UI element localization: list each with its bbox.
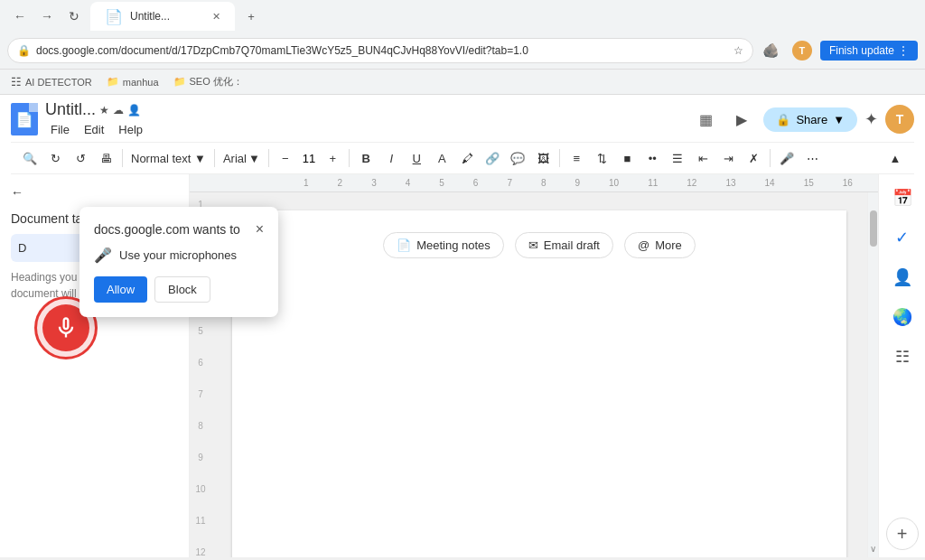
ruler: 123456789101112131415161718 [190,174,878,192]
chat-icon-button[interactable]: ▦ [691,105,720,134]
doc-area[interactable]: 📄 Meeting notes ✉ Email draft @ More [211,192,867,557]
font-size-decrease[interactable]: − [274,146,297,170]
tab-title: Untitle... [130,10,170,23]
url-text: docs.google.com/document/d/17DzpCmb7Q70m… [36,44,528,57]
decrease-indent-btn[interactable]: ⇤ [691,146,715,170]
scrollbar-down-arrow[interactable]: ∨ [868,540,878,557]
lock-share-icon: 🔒 [776,113,790,126]
clear-format-btn[interactable]: ✗ [742,146,765,170]
font-size-increase[interactable]: + [321,146,344,170]
share-label: Share [796,113,827,126]
separator-1 [122,149,123,167]
docs-header: 📄 Untitl... ★ ☁ 👤 File Edit Help ▦ ▶ [0,95,925,174]
finish-update-chevron: ⋮ [898,44,909,57]
back-arrow-icon: ← [11,185,23,200]
template-picker: 📄 Meeting notes ✉ Email draft @ More [232,210,846,273]
increase-indent-btn[interactable]: ⇥ [716,146,740,170]
docs-tab-icon: 📄 [105,8,123,25]
share-chevron: ▼ [833,113,845,126]
tab-close-button[interactable]: ✕ [212,11,220,23]
profile-button[interactable]: T [790,38,815,63]
styles-dropdown[interactable]: Normal text ▼ [127,146,210,170]
search-toolbar-btn[interactable]: 🔍 [18,146,42,170]
seo-icon: 📁 [173,76,186,88]
block-button[interactable]: Block [154,276,210,303]
email-draft-label: Email draft [544,238,600,252]
checklist-btn[interactable]: ■ [615,146,639,170]
comment-btn[interactable]: 💬 [506,146,529,170]
meeting-notes-icon: 📄 [397,238,411,252]
separator-2 [214,149,215,167]
voice-btn[interactable]: 🎤 [775,146,799,170]
meeting-notes-button[interactable]: 📄 Meeting notes [383,232,504,258]
grid-panel-btn[interactable]: ☷ [886,341,919,373]
camera-icon-button[interactable]: ▶ [727,105,756,134]
align-btn[interactable]: ≡ [565,146,588,170]
sidebar-tab-title: D [18,241,26,255]
bullets-btn[interactable]: •• [640,146,664,170]
allow-button[interactable]: Allow [94,276,147,303]
finish-update-button[interactable]: Finish update ⋮ [820,41,918,61]
highlight-btn[interactable]: 🖍 [455,146,479,170]
menu-help[interactable]: Help [113,121,148,138]
share-button[interactable]: 🔒 Share ▼ [763,107,857,132]
sidebar-back-button[interactable]: ← [11,185,178,200]
doc-page[interactable]: 📄 Meeting notes ✉ Email draft @ More [232,210,846,557]
more-templates-label: More [655,238,682,252]
line-spacing-btn[interactable]: ⇅ [590,146,613,170]
maps-panel-btn[interactable]: 🌏 [886,301,919,333]
numbering-btn[interactable]: ☰ [666,146,689,170]
microphone-svg-icon [53,315,79,341]
calendar-panel-btn[interactable]: 📅 [886,182,919,214]
undo-btn[interactable]: ↻ [43,146,67,170]
image-btn[interactable]: 🖼 [531,146,555,170]
back-button[interactable]: ← [7,4,33,29]
print-btn[interactable]: 🖶 [94,146,117,170]
bookmark-icon[interactable]: ☆ [733,44,743,57]
reload-button[interactable]: ↻ [61,4,87,29]
forward-button[interactable]: → [34,4,60,29]
folder-item: 📁 manhua [107,76,159,88]
docs-app-icon: 📄 [11,103,38,135]
vertical-scrollbar[interactable]: ∨ [867,192,878,557]
font-color-btn[interactable]: A [430,146,453,170]
redo-btn[interactable]: ↺ [69,146,92,170]
meeting-notes-label: Meeting notes [416,238,491,252]
tasks-panel-btn[interactable]: ✓ [886,221,919,254]
layout-icon: ☷ [11,75,22,89]
more-format-btn[interactable]: ⋯ [800,146,824,170]
microphone-icon: 🎤 [94,247,112,264]
bold-btn[interactable]: B [354,146,378,170]
ai-detector-label: ☷ AI DETECTOR [11,75,92,89]
address-bar[interactable]: 🔒 docs.google.com/document/d/17DzpCmb7Q7… [7,38,753,63]
separator-6 [770,149,771,167]
people-panel-btn[interactable]: 👤 [886,261,919,294]
popup-close-button[interactable]: × [256,221,264,238]
collapse-toolbar-btn[interactable]: ▲ [883,146,907,170]
browser-tab[interactable]: 📄 Untitle... ✕ [90,2,235,31]
folder-icon: 📁 [107,76,119,88]
add-panel-btn[interactable]: + [886,518,919,550]
menu-file[interactable]: File [45,121,75,138]
new-tab-button[interactable]: + [238,4,264,29]
email-draft-button[interactable]: ✉ Email draft [515,232,613,258]
separator-3 [268,149,269,167]
link-btn[interactable]: 🔗 [481,146,504,170]
profile-avatar: T [792,41,812,61]
italic-btn[interactable]: I [379,146,403,170]
more-templates-button[interactable]: @ More [624,232,696,258]
document-title[interactable]: Untitl... [45,100,96,119]
user-avatar[interactable]: T [885,105,914,134]
docs-menu-bar: File Edit Help [45,121,148,138]
scrollbar-thumb[interactable] [870,210,877,247]
magic-icon[interactable]: ✦ [864,109,878,129]
right-panel: 📅 ✓ 👤 🌏 ☷ + [878,174,925,557]
extensions-button[interactable]: 🪨 [759,38,784,63]
underline-btn[interactable]: U [405,146,428,170]
font-dropdown[interactable]: Arial ▼ [220,146,264,170]
finish-update-label: Finish update [829,44,894,57]
menu-edit[interactable]: Edit [79,121,109,138]
star-icon[interactable]: ★ [99,104,109,117]
more-templates-icon: @ [638,238,649,252]
format-toolbar: 🔍 ↻ ↺ 🖶 Normal text ▼ Arial ▼ − 11 + B I… [11,142,914,174]
